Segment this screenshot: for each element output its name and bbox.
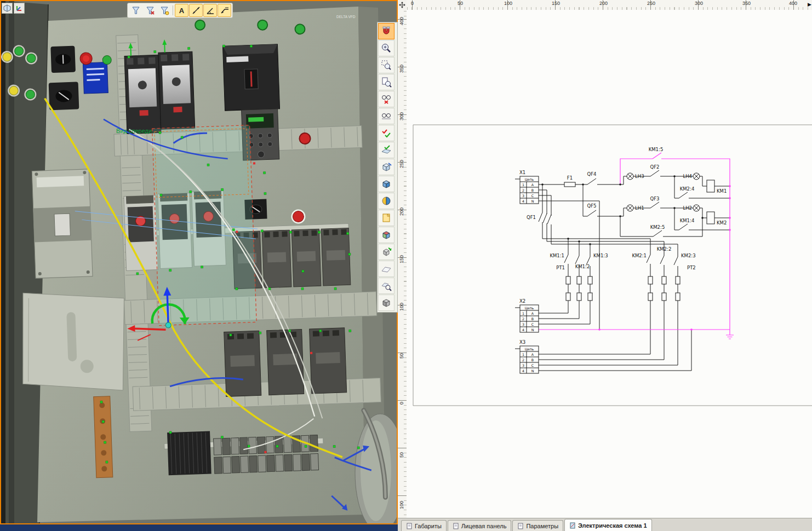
label-km2-1: KM2:1	[632, 253, 647, 258]
section-cube-icon[interactable]	[378, 159, 394, 175]
label-km1-4: KM1:4	[680, 218, 695, 223]
label-lh1: LH1	[635, 205, 644, 211]
dimension-leader-icon[interactable]	[218, 4, 231, 17]
schematic-wires	[539, 170, 730, 371]
vertical-ruler[interactable]: 400 350 300 250 200 150 100 50 0 50 100	[398, 10, 407, 518]
tab-label: Лицевая панель	[461, 523, 507, 529]
label-qf2: QF2	[650, 164, 660, 170]
dimension-angular-icon[interactable]	[203, 4, 217, 17]
hruler-label: 50	[458, 1, 463, 6]
electrical-schematic[interactable]: Цепь 1А 2В 3С 4N Цепь 1А 2В 3С 4N	[407, 10, 812, 518]
hruler-label: 350	[742, 1, 751, 6]
surface-check-icon[interactable]	[378, 142, 394, 158]
svg-text:Цепь: Цепь	[525, 306, 534, 310]
svg-text:А: А	[531, 311, 534, 315]
svg-text:2: 2	[522, 188, 524, 192]
tab-elektricheskaya-shema-1[interactable]: Электрическая схема 1	[564, 519, 652, 531]
3d-model-viewport[interactable]: Вид спереди DELTA VFD A	[0, 0, 398, 524]
contactor-row-low[interactable]	[224, 328, 347, 397]
zoom-in-icon[interactable]	[378, 40, 394, 56]
label-pt1: PT1	[556, 265, 565, 270]
zoom-area-icon[interactable]	[378, 57, 394, 73]
gizmo-center	[165, 322, 171, 328]
drawing-viewport[interactable]: 0 50 100 150 200 250 300 350 400 ▶ 400 3…	[398, 0, 812, 518]
vruler-label: 350	[399, 65, 404, 73]
ground-symbol	[726, 335, 734, 339]
label-qf1: QF1	[527, 215, 536, 220]
terminal-table-x2[interactable]: Цепь 1А 2В 3С 4N	[515, 305, 539, 332]
colored-cube-icon[interactable]	[378, 227, 394, 243]
svg-text:3: 3	[522, 194, 524, 198]
label-km2: KM2	[717, 220, 727, 226]
svg-text:1: 1	[522, 353, 524, 356]
terminal-table-x1[interactable]: Цепь 1А 2В 3С 4N	[515, 176, 539, 204]
svg-text:3: 3	[522, 322, 524, 326]
svg-text:С: С	[531, 322, 534, 326]
dimension-linear-icon[interactable]	[189, 4, 203, 17]
svg-text:А: А	[531, 353, 534, 356]
svg-text:С: С	[531, 363, 534, 367]
label-f1: F1	[567, 175, 573, 181]
zoom-sheet-icon[interactable]	[378, 74, 394, 90]
vruler-label: 300	[399, 112, 404, 120]
titlebar-axes-icon[interactable]	[14, 3, 25, 14]
hruler-label: 100	[504, 1, 512, 6]
tab-licevaya-panel[interactable]: Лицевая панель	[448, 520, 512, 531]
hruler-label: 300	[695, 1, 703, 6]
schematic-canvas[interactable]: Цепь 1А 2В 3С 4N Цепь 1А 2В 3С 4N	[407, 10, 812, 518]
text-tool-button[interactable]: A	[175, 4, 188, 17]
vruler-label: 100	[399, 303, 404, 311]
component-f1	[564, 182, 575, 187]
label-km1-2: KM1:2	[575, 264, 590, 269]
rebuild-checks-icon[interactable]	[378, 125, 394, 141]
svg-text:Цепь: Цепь	[525, 177, 534, 181]
white-plane-icon[interactable]	[378, 261, 394, 277]
label-qf3: QF3	[650, 196, 660, 201]
mounting-bracket	[20, 290, 127, 394]
shaded-cube-icon[interactable]	[378, 176, 394, 192]
tab-gabarity[interactable]: Габариты	[401, 520, 447, 531]
motor-breaker-top-2[interactable]	[158, 51, 195, 129]
svg-text:1: 1	[522, 311, 524, 315]
ruler-end-arrow-icon[interactable]: ▶	[808, 2, 811, 7]
label-x2: X2	[519, 298, 525, 304]
plane-zoom-icon[interactable]	[378, 278, 394, 294]
vruler-label: 400	[399, 17, 404, 25]
filter-show-icon[interactable]	[129, 4, 142, 17]
label-km1-5: KM1:5	[649, 147, 664, 152]
vruler-label: 250	[399, 160, 404, 168]
tab-label: Параметры	[526, 523, 558, 529]
hruler-label: 400	[789, 1, 797, 6]
filter-properties-icon[interactable]	[157, 4, 171, 17]
hidden-lines-glasses-icon[interactable]	[378, 91, 394, 107]
wireframe-glasses-icon[interactable]	[378, 108, 394, 124]
update-cube-icon[interactable]	[378, 244, 394, 260]
left-circuit-breaker[interactable]	[32, 169, 93, 279]
red-pilot-lamp[interactable]	[293, 211, 304, 222]
highlighted-net	[539, 153, 734, 339]
label-lh4: LH4	[683, 174, 692, 179]
filter-clear-icon[interactable]	[143, 4, 157, 17]
molded-case-breaker[interactable]	[222, 44, 279, 111]
vruler-label: 0	[399, 402, 404, 405]
gray-cube-icon[interactable]	[378, 295, 394, 311]
label-qf4: QF4	[587, 171, 597, 177]
yellow-sheet-icon[interactable]	[378, 210, 394, 226]
label-pt2: PT2	[687, 265, 696, 270]
svg-text:2: 2	[522, 317, 524, 321]
tab-label: Электрическая схема 1	[578, 522, 647, 529]
snap-magnet-icon[interactable]	[378, 23, 394, 39]
label-qf5: QF5	[587, 203, 597, 209]
terminal-table-x3[interactable]: Цепь 1А 2В 3С 4N	[515, 346, 539, 373]
svg-text:4: 4	[522, 328, 524, 332]
titlebar-cube-icon[interactable]	[2, 3, 13, 14]
motor-breaker-top-1[interactable]	[124, 55, 161, 134]
half-shaded-sphere-icon[interactable]	[378, 193, 394, 209]
cabinet-3d-scene[interactable]: Вид спереди DELTA VFD	[1, 1, 397, 523]
tab-parametry[interactable]: Параметры	[512, 520, 563, 531]
text-tool-label: A	[179, 7, 184, 15]
pan-origin-icon[interactable]	[398, 0, 407, 10]
horizontal-ruler[interactable]: 0 50 100 150 200 250 300 350 400 ▶	[407, 0, 812, 10]
label-lh2: LH2	[683, 205, 692, 211]
copper-busbar	[94, 396, 113, 478]
